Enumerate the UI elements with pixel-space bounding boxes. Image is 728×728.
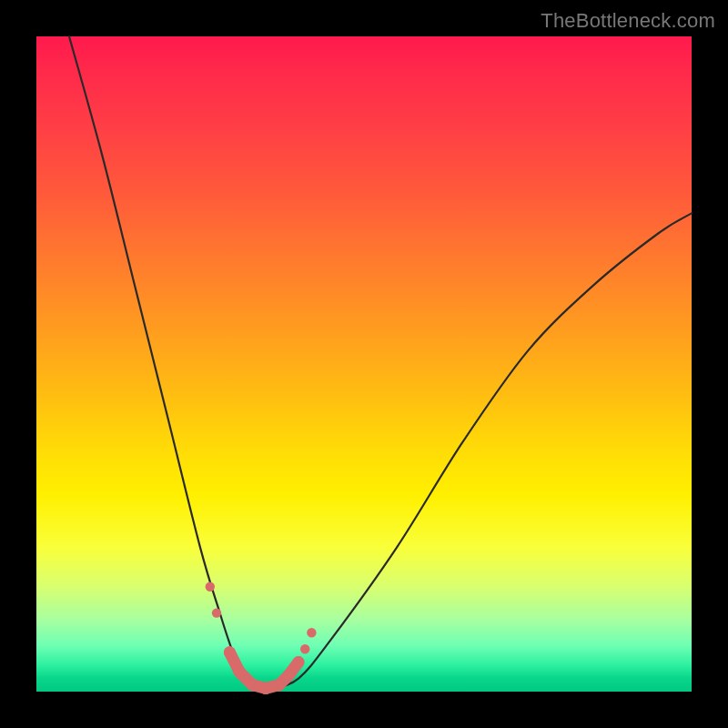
- highlight-dot: [212, 608, 221, 617]
- chart-svg: [36, 36, 692, 692]
- watermark-text: TheBottleneck.com: [541, 9, 715, 33]
- highlight-dot: [247, 679, 258, 691]
- highlight-dot: [307, 628, 316, 637]
- highlight-dot: [224, 646, 236, 658]
- highlight-dot: [260, 682, 272, 694]
- highlight-dot: [206, 582, 215, 592]
- curve-group: [69, 36, 692, 690]
- highlight-dot: [234, 666, 246, 678]
- chart-frame: TheBottleneck.com: [0, 0, 728, 728]
- bottleneck-curve: [69, 36, 692, 690]
- highlight-dot: [300, 644, 309, 653]
- highlight-dot: [293, 656, 305, 668]
- highlight-dot: [283, 670, 295, 682]
- highlight-dot: [273, 679, 285, 691]
